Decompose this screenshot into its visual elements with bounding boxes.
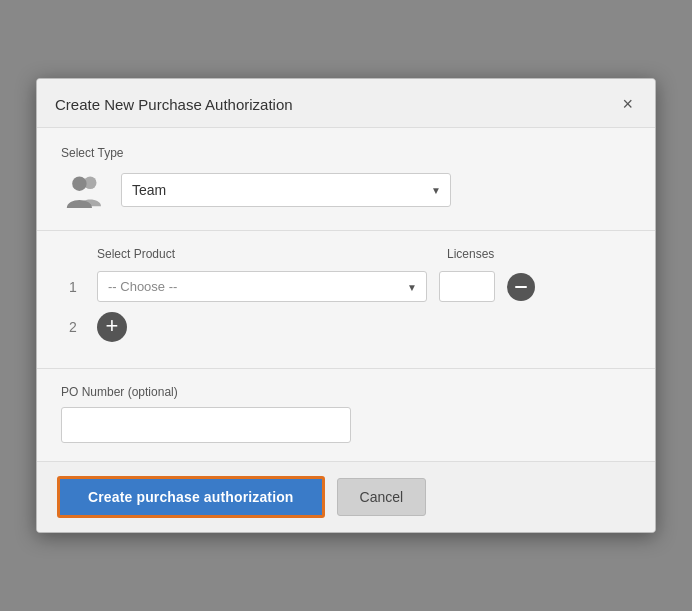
team-icon xyxy=(61,168,105,212)
po-label: PO Number (optional) xyxy=(61,385,631,399)
dialog-footer: Create purchase authorization Cancel xyxy=(37,462,655,532)
product-section: Select Product Licenses 1 -- Choose -- ▼… xyxy=(37,231,655,369)
licenses-column-label: Licenses xyxy=(447,247,507,261)
svg-point-1 xyxy=(72,177,86,191)
add-product-button[interactable]: + xyxy=(97,312,127,342)
product-headers: Select Product Licenses xyxy=(61,247,631,261)
product-row-1: 1 -- Choose -- ▼ xyxy=(61,271,631,302)
row-2-number: 2 xyxy=(61,319,85,335)
cancel-button[interactable]: Cancel xyxy=(337,478,427,516)
type-select-wrapper: Team Individual ▼ xyxy=(121,173,451,207)
type-label: Select Type xyxy=(61,146,631,160)
licenses-1-input[interactable] xyxy=(439,271,495,302)
plus-icon: + xyxy=(106,315,119,337)
po-section: PO Number (optional) xyxy=(37,369,655,462)
product-1-select[interactable]: -- Choose -- xyxy=(97,271,427,302)
create-button[interactable]: Create purchase authorization xyxy=(57,476,325,518)
close-button[interactable]: × xyxy=(618,93,637,115)
row-1-number: 1 xyxy=(61,279,85,295)
remove-row-1-button[interactable] xyxy=(507,273,535,301)
product-row-2: 2 + xyxy=(61,312,631,342)
dialog-title: Create New Purchase Authorization xyxy=(55,96,293,113)
product-column-label: Select Product xyxy=(97,247,427,261)
type-select[interactable]: Team Individual xyxy=(121,173,451,207)
type-section: Select Type Team Individual ▼ xyxy=(37,128,655,231)
dialog: Create New Purchase Authorization × Sele… xyxy=(36,78,656,533)
type-row: Team Individual ▼ xyxy=(61,168,631,212)
product-1-select-wrapper: -- Choose -- ▼ xyxy=(97,271,427,302)
po-number-input[interactable] xyxy=(61,407,351,443)
dialog-header: Create New Purchase Authorization × xyxy=(37,79,655,128)
